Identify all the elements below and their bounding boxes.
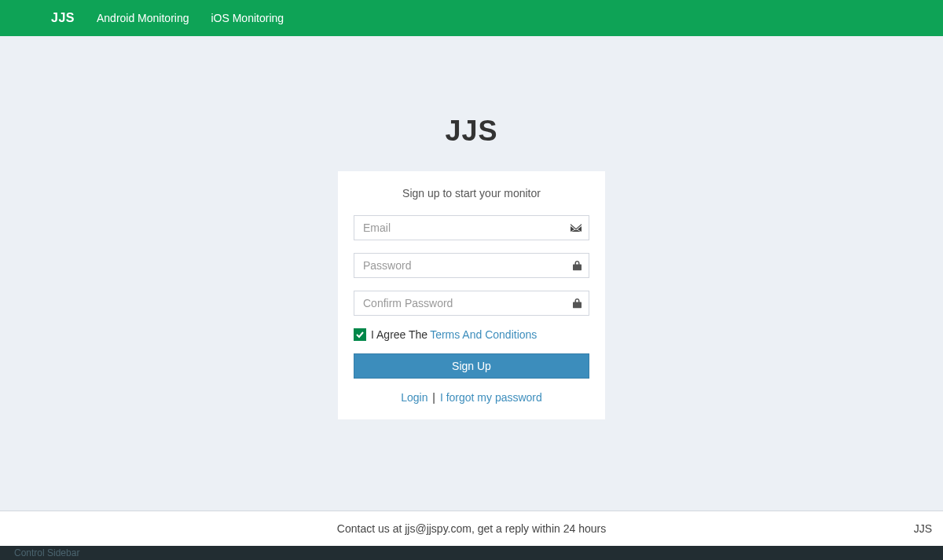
confirm-password-input-group [354,291,589,316]
password-input-group [354,253,589,278]
dark-bar-label: Control Sidebar [14,547,79,558]
lock-icon [573,298,582,309]
footer-brand: JJS [914,522,932,535]
dark-bottom-bar: Control Sidebar [0,546,943,560]
agree-row: I Agree The Terms And Conditions [354,328,589,341]
navbar: JJS Android Monitoring iOS Monitoring [0,0,943,36]
link-separator: | [432,391,435,404]
agree-label: I Agree The [371,328,427,341]
confirm-password-field[interactable] [354,291,589,316]
envelope-icon [571,224,582,232]
terms-link[interactable]: Terms And Conditions [430,328,537,341]
signup-card: Sign up to start your monitor [338,171,605,419]
agree-checkbox[interactable] [354,328,366,341]
footer: Contact us at jjs@jjspy.com, get a reply… [0,511,943,546]
email-field[interactable] [354,215,589,240]
footer-contact: Contact us at jjs@jjspy.com, get a reply… [337,522,606,535]
signup-button[interactable]: Sign Up [354,353,589,379]
lock-icon [573,261,582,271]
navbar-brand[interactable]: JJS [51,11,75,25]
page-logo: JJS [445,115,497,148]
password-field[interactable] [354,253,589,278]
email-input-group [354,215,589,240]
nav-link-ios[interactable]: iOS Monitoring [211,12,284,24]
main-area: JJS Sign up to start your monitor [0,36,943,419]
bottom-links: Login | I forgot my password [354,391,589,404]
card-subtitle: Sign up to start your monitor [354,187,589,199]
forgot-password-link[interactable]: I forgot my password [440,391,542,404]
login-link[interactable]: Login [401,391,427,404]
nav-link-android[interactable]: Android Monitoring [97,12,189,24]
